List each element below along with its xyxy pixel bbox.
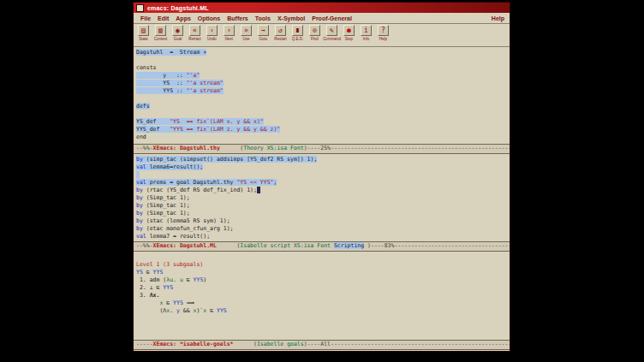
menu-item-tools[interactable]: Tools [252, 15, 274, 21]
buffer-line [136, 171, 510, 179]
state-icon: ▤ [138, 25, 149, 36]
find-icon: ⊙ [309, 25, 320, 36]
modeline-goals: -----XEmacs: *isabelle-goals* (Isabelle … [134, 340, 510, 350]
window-menu-icon[interactable] [136, 4, 144, 12]
menu-item-buffers[interactable]: Buffers [224, 15, 252, 21]
buffer-line: defs [136, 103, 510, 110]
script-buffer[interactable]: by (simp_tac (simpset() addsimps [YS_def… [134, 154, 510, 241]
toolbar-button-retract[interactable]: «Retract [187, 25, 203, 41]
toolbar-label: State [139, 37, 148, 41]
next-icon: › [224, 25, 235, 36]
toolbar-button-goto[interactable]: →Goto [255, 25, 271, 41]
buffer-line: val lemma7 = result(); [136, 233, 510, 240]
toolbar-button-undo[interactable]: ‹Undo [204, 25, 220, 41]
q-e-d-icon: ∎ [292, 25, 303, 36]
goto-icon: → [258, 25, 269, 36]
xemacs-window: emacs: Dagstuhl.ML FileEditAppsOptionsBu… [133, 2, 510, 352]
toolbar-button-stop[interactable]: ●Stop [341, 25, 357, 41]
buffer-line [136, 253, 510, 261]
goal-icon: ◉ [172, 25, 183, 36]
menubar: FileEditAppsOptionsBuffersToolsX-SymbolP… [134, 13, 510, 24]
menu-item-apps[interactable]: Apps [172, 15, 194, 21]
buffer-line [136, 110, 510, 118]
toolbar-button-help[interactable]: ?Help [375, 25, 391, 41]
theory-buffer[interactable]: Dagstuhl = Stream +consts y :: "'a" YS :… [134, 47, 510, 144]
modeline-theory: --%%-XEmacs: Dagstuhl.thy (Theory XS:isa… [134, 144, 510, 154]
buffer-line: YYS_def "YYS == fix`(LAM z. y && y && z)… [136, 126, 510, 134]
buffer-line [136, 95, 510, 103]
buffer-line: by (simp_tac (simpset() addsimps [YS_def… [136, 156, 510, 163]
goals-buffer[interactable]: Level 1 (3 subgoals)YS ⊑ YYS 1. adm (λu.… [134, 252, 510, 340]
buffer-line: val lemma6=result(); [136, 163, 510, 171]
buffer-line: Dagstuhl = Stream + [136, 49, 510, 56]
toolbar-label: Help [379, 37, 387, 41]
command-icon: ✎ [326, 25, 337, 36]
menu-items: FileEditAppsOptionsBuffersToolsX-SymbolP… [137, 15, 355, 21]
buffer-line: consts [136, 64, 510, 72]
titlebar[interactable]: emacs: Dagstuhl.ML [134, 3, 510, 13]
buffer-line: YS :: "'a stream" [136, 80, 510, 87]
toolbar-button-goal[interactable]: ◉Goal [170, 25, 186, 41]
stop-icon: ● [343, 25, 355, 36]
buffer-line: by (etac monofun_cfun_arg 1); [136, 225, 510, 233]
buffer-line: 1. adm (λu. u ⊑ YYS) [136, 276, 510, 284]
toolbar-label: Command [323, 37, 341, 41]
help-icon: ? [378, 25, 389, 36]
menu-item-proof-general[interactable]: Proof-General [308, 15, 355, 21]
buffer-line: YYS :: "'a stream" [136, 87, 510, 95]
toolbar-label: Use [242, 37, 249, 41]
text-cursor [257, 187, 260, 193]
screen: emacs: Dagstuhl.ML FileEditAppsOptionsBu… [0, 0, 644, 362]
buffer-line: by (Simp_tac 1); [136, 194, 510, 202]
toolbar-label: Stop [345, 37, 353, 41]
buffer-line: by (Simp_tac 1); [136, 202, 510, 210]
toolbar-label: Q.E.D. [292, 37, 304, 41]
toolbar-button-q-e-d[interactable]: ∎Q.E.D. [289, 25, 306, 41]
toolbar-label: Goto [259, 37, 268, 41]
toolbar-label: Undo [207, 37, 217, 41]
window-title: emacs: Dagstuhl.ML [147, 5, 209, 11]
toolbar-button-next[interactable]: ›Next [221, 25, 237, 41]
toolbar-button-use[interactable]: »Use [238, 25, 254, 41]
buffer-line: x ⊑ YYS ⟹ [136, 300, 510, 307]
undo-icon: ‹ [206, 25, 218, 36]
buffer-line: 3. Λx. [136, 292, 510, 300]
restart-icon: ↺ [275, 25, 286, 36]
context-icon: ▥ [155, 25, 166, 36]
toolbar-button-info[interactable]: iInfo [358, 25, 374, 41]
menu-item-edit[interactable]: Edit [154, 15, 172, 21]
modeline-script: --%%-XEmacs: Dagstuhl.ML (Isabelle scrip… [134, 241, 510, 252]
buffer-line: YS ⊑ YYS [136, 269, 510, 276]
menu-item-file[interactable]: File [137, 15, 154, 21]
menu-item-help[interactable]: Help [490, 15, 506, 21]
buffer-line [136, 56, 510, 64]
buffer-line: 2. ⊥ ⊑ YYS [136, 284, 510, 292]
toolbar-label: Retract [188, 37, 201, 41]
retract-icon: « [189, 25, 200, 36]
proof-general-toolbar: ▤State▥Context◉Goal«Retract‹Undo›Next»Us… [134, 24, 510, 47]
buffer-line: val prems = goal Dagstuhl.thy "YS << YYS… [136, 179, 510, 187]
buffer-line: YS_def "YS == fix`(LAM x. y && x)" [136, 118, 510, 126]
toolbar-button-context[interactable]: ▥Context [152, 25, 169, 41]
buffer-line: y :: "'a" [136, 72, 510, 80]
buffer-line: by (rtac (YS_def RS def_fix_ind) 1); [136, 187, 510, 194]
menu-item-options[interactable]: Options [194, 15, 224, 21]
toolbar-label: Next [225, 37, 233, 41]
toolbar-button-find[interactable]: ⊙Find [307, 25, 323, 41]
info-icon: i [361, 25, 372, 36]
toolbar-button-command[interactable]: ✎Command [324, 25, 340, 41]
toolbar-label: Find [311, 37, 319, 41]
buffer-line: (Λx. y && x)`x ⊑ YYS [136, 307, 510, 315]
toolbar-button-restart[interactable]: ↺Restart [272, 25, 289, 41]
toolbar-label: Goal [174, 37, 182, 41]
toolbar-label: Context [154, 37, 168, 41]
toolbar-label: Restart [274, 37, 287, 41]
minibuffer[interactable] [134, 350, 510, 351]
toolbar-button-state[interactable]: ▤State [135, 25, 152, 41]
buffer-line: end [136, 134, 510, 141]
toolbar-label: Info [363, 37, 370, 41]
menu-item-x-symbol[interactable]: X-Symbol [274, 15, 308, 21]
use-icon: » [241, 25, 252, 36]
buffer-line: by (stac (lemma5 RS sym) 1); [136, 217, 510, 225]
buffer-line: Level 1 (3 subgoals) [136, 261, 510, 269]
